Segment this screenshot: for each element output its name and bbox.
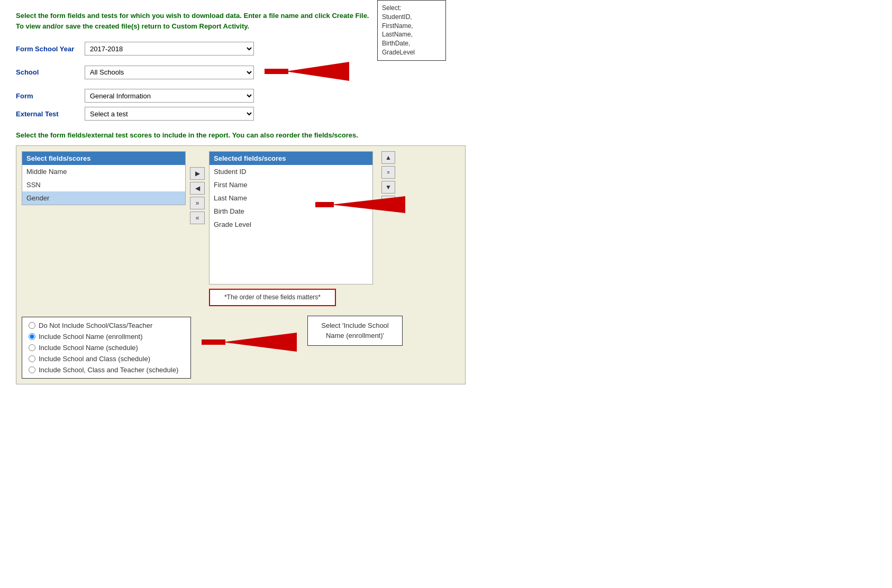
select-annotation-box: Select: StudentID, FirstName, LastName, … <box>377 0 446 61</box>
radio-label-include-teacher-schedule: Include School, Class and Teacher (sched… <box>39 366 178 374</box>
svg-marker-0 <box>286 62 349 81</box>
move-up-button[interactable]: ▲ <box>381 151 395 164</box>
list-item[interactable]: Grade Level <box>210 218 372 231</box>
move-left-button[interactable]: ◀ <box>190 182 205 195</box>
external-test-label: External Test <box>16 110 85 118</box>
radio-include-teacher-schedule[interactable] <box>29 366 35 373</box>
fields-instruction: Select the form fields/external test sco… <box>16 131 876 139</box>
right-panel: Selected fields/scores Student ID First … <box>209 151 373 284</box>
radio-do-not-include[interactable] <box>29 322 35 329</box>
form-select[interactable]: General Information <box>85 89 254 103</box>
radio-label-include-class-schedule: Include School and Class (schedule) <box>39 355 150 363</box>
radio-label-do-not-include: Do Not Include School/Class/Teacher <box>39 321 152 329</box>
radio-include-enrollment[interactable] <box>29 333 35 340</box>
list-item[interactable]: Student ID <box>210 165 372 178</box>
right-panel-header: Selected fields/scores <box>210 152 372 165</box>
move-all-right-button[interactable]: » <box>190 197 205 209</box>
radio-include-class-schedule[interactable] <box>29 355 35 362</box>
left-panel: Select fields/scores Middle Name SSN Gen… <box>22 151 186 205</box>
move-right-button[interactable]: ▶ <box>190 167 205 180</box>
svg-rect-1 <box>265 69 288 74</box>
radio-label-include-enrollment: Include School Name (enrollment) <box>39 333 143 341</box>
radio-section: Do Not Include School/Class/Teacher Incl… <box>22 317 191 379</box>
school-year-label: Form School Year <box>16 45 85 53</box>
svg-marker-2 <box>331 196 405 213</box>
radio-include-schedule[interactable] <box>29 344 35 351</box>
move-down-button[interactable]: ▼ <box>381 181 395 194</box>
school-select[interactable]: All Schools <box>85 66 254 79</box>
school-arrow <box>265 60 349 85</box>
svg-rect-5 <box>202 339 225 345</box>
left-panel-header: Select fields/scores <box>22 152 185 165</box>
transfer-buttons: ▶ ◀ » « <box>186 167 209 224</box>
move-all-left-button[interactable]: « <box>190 212 205 224</box>
instructions: Select the form fields and tests for whi… <box>16 11 876 31</box>
enrollment-annotation: Select 'Include School Name (enrollment)… <box>307 316 403 346</box>
form-label: Form <box>16 92 85 100</box>
svg-rect-3 <box>315 202 334 207</box>
list-item[interactable]: First Name <box>210 178 372 191</box>
list-item[interactable]: Gender <box>22 191 185 205</box>
school-label: School <box>16 68 85 76</box>
last-name-arrow <box>315 195 405 216</box>
sort-button[interactable]: ≡ <box>381 166 395 179</box>
school-year-select[interactable]: 2017-2018 <box>85 42 254 56</box>
list-item[interactable]: SSN <box>22 178 185 191</box>
radio-label-include-schedule: Include School Name (schedule) <box>39 344 138 352</box>
enrollment-arrow <box>202 330 297 354</box>
external-test-select[interactable]: Select a test <box>85 107 254 121</box>
svg-marker-4 <box>223 333 297 352</box>
fields-container: Select fields/scores Middle Name SSN Gen… <box>16 145 466 384</box>
order-note: *The order of these fields matters* <box>209 289 336 306</box>
list-item[interactable]: Middle Name <box>22 165 185 178</box>
